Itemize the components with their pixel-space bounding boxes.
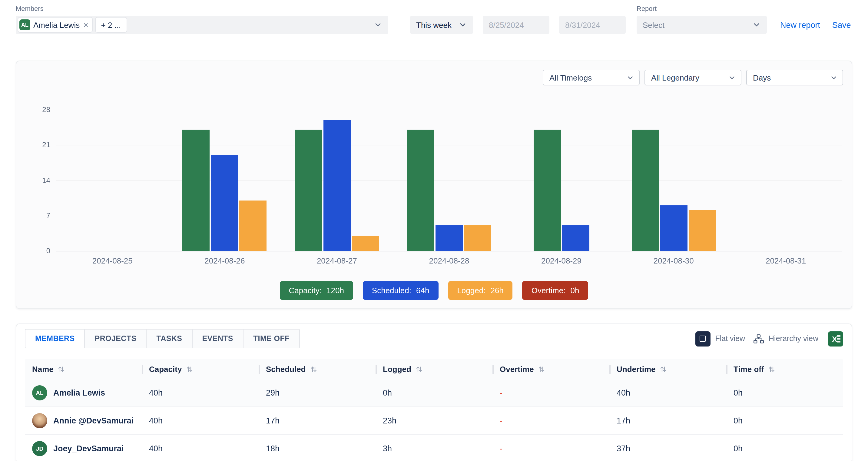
gridline-0: 0 — [56, 251, 842, 251]
bar-capacity-2024-08-28[interactable] — [407, 130, 434, 251]
legend-overtime-button[interactable]: Overtime:0h — [522, 281, 588, 300]
column-header-capacity[interactable]: Capacity — [142, 359, 259, 379]
cell-overtime: - — [492, 444, 609, 453]
sort-icon[interactable] — [58, 366, 64, 373]
cell-capacity: 40h — [142, 388, 259, 397]
bar-logged-2024-08-30[interactable] — [688, 211, 716, 251]
hierarchy-view-label: Hierarchy view — [769, 334, 818, 343]
sort-icon[interactable] — [660, 366, 666, 373]
tab-members[interactable]: MEMBERS — [25, 329, 85, 348]
view-controls: Flat view Hierarchy view X — [695, 331, 843, 346]
timelogs-filter-select[interactable]: All Timelogs — [543, 70, 640, 85]
column-header-undertime[interactable]: Undertime — [609, 359, 726, 379]
table-row[interactable]: JDJoey_DevSamurai40h18h3h-37h0h — [25, 435, 843, 461]
chevron-down-icon — [830, 73, 838, 82]
legend-logged-button[interactable]: Logged:26h — [448, 281, 513, 300]
legend-value: 120h — [327, 286, 344, 295]
bar-capacity-2024-08-27[interactable] — [295, 130, 322, 251]
avatar — [32, 413, 47, 428]
square-icon — [700, 336, 706, 342]
column-header-overtime[interactable]: Overtime — [492, 359, 609, 379]
members-field: Members AL Amelia Lewis × + 2 ... — [16, 5, 388, 34]
bar-chart: 28211470 — [56, 110, 842, 251]
legend-value: 64h — [416, 286, 429, 295]
table-row[interactable]: ALAmelia Lewis40h29h0h-40h0h — [25, 379, 843, 407]
tab-time-off[interactable]: TIME OFF — [243, 329, 300, 348]
bar-scheduled-2024-08-28[interactable] — [435, 226, 463, 251]
legendary-filter-select[interactable]: All Legendary — [645, 70, 741, 85]
x-tick-label: 2024-08-30 — [618, 256, 730, 265]
bar-capacity-2024-08-26[interactable] — [183, 130, 210, 251]
bar-scheduled-2024-08-29[interactable] — [562, 226, 589, 251]
granularity-filter-select[interactable]: Days — [746, 70, 843, 85]
y-tick-label: 21 — [32, 141, 50, 149]
legend-scheduled-button[interactable]: Scheduled:64h — [363, 281, 438, 300]
column-header-scheduled[interactable]: Scheduled — [259, 359, 376, 379]
table-header-row: NameCapacityScheduledLoggedOvertimeUnder… — [25, 359, 843, 379]
table-row[interactable]: Annie @DevSamurai40h17h23h-17h0h — [25, 407, 843, 435]
column-header-name[interactable]: Name — [25, 359, 142, 379]
cell-overtime: - — [492, 416, 609, 425]
member-name-cell: JDJoey_DevSamurai — [25, 441, 142, 456]
bar-logged-2024-08-28[interactable] — [464, 226, 491, 251]
x-axis: 2024-08-252024-08-262024-08-272024-08-28… — [56, 256, 842, 265]
member-name: Annie @DevSamurai — [53, 416, 133, 425]
bar-capacity-2024-08-30[interactable] — [631, 130, 659, 251]
y-tick-label: 28 — [32, 105, 50, 114]
cell-undertime: 40h — [609, 388, 726, 397]
save-button[interactable]: Save — [832, 20, 851, 29]
sort-icon[interactable] — [539, 366, 545, 373]
bar-capacity-2024-08-29[interactable] — [534, 130, 561, 251]
new-report-button[interactable]: New report — [780, 20, 820, 29]
cell-logged: 0h — [376, 388, 492, 397]
sort-icon[interactable] — [311, 366, 317, 373]
members-select[interactable]: AL Amelia Lewis × + 2 ... — [16, 16, 388, 34]
chart-column-2024-08-28 — [393, 110, 505, 251]
hierarchy-view-icon[interactable] — [753, 334, 764, 343]
bar-scheduled-2024-08-26[interactable] — [211, 155, 238, 251]
column-header-label: Logged — [383, 365, 411, 374]
x-tick-label: 2024-08-28 — [393, 256, 505, 265]
tab-projects[interactable]: PROJECTS — [85, 329, 147, 348]
cell-capacity: 40h — [142, 416, 259, 425]
table-card: MEMBERSPROJECTSTASKSEVENTSTIME OFF Flat … — [16, 324, 852, 461]
date-end-field — [549, 5, 626, 34]
cell-undertime: 37h — [609, 444, 726, 453]
flat-view-label: Flat view — [715, 334, 745, 343]
start-date-input[interactable] — [483, 16, 549, 34]
bar-scheduled-2024-08-30[interactable] — [660, 205, 687, 251]
report-label: Report — [637, 5, 767, 13]
timelogs-filter-value: All Timelogs — [549, 73, 592, 82]
cell-time-off: 0h — [726, 388, 843, 397]
chart-columns — [56, 110, 842, 251]
period-select[interactable]: This week — [410, 16, 473, 34]
remove-member-icon[interactable]: × — [83, 21, 88, 29]
date-start-field — [473, 5, 549, 34]
sort-icon[interactable] — [769, 366, 775, 373]
flat-view-icon[interactable] — [695, 331, 710, 346]
bar-scheduled-2024-08-27[interactable] — [323, 120, 350, 251]
legend-capacity-button[interactable]: Capacity:120h — [280, 281, 353, 300]
chevron-down-icon — [752, 21, 761, 29]
report-select[interactable]: Select — [637, 16, 767, 34]
chevron-down-icon — [626, 73, 634, 82]
more-members-chip[interactable]: + 2 ... — [96, 18, 127, 32]
bar-logged-2024-08-27[interactable] — [352, 236, 379, 251]
cell-time-off: 0h — [726, 444, 843, 453]
chart-card: All Timelogs All Legendary Days 28211470… — [16, 61, 852, 309]
column-header-time-off[interactable]: Time off — [726, 359, 843, 379]
sort-icon[interactable] — [416, 366, 422, 373]
excel-export-icon[interactable]: X — [828, 331, 843, 346]
cell-overtime: - — [492, 388, 609, 397]
member-name: Amelia Lewis — [53, 388, 105, 397]
tab-tasks[interactable]: TASKS — [146, 329, 193, 348]
cell-time-off: 0h — [726, 416, 843, 425]
member-chip: AL Amelia Lewis × — [18, 18, 92, 32]
topbar: Members AL Amelia Lewis × + 2 ... This w… — [0, 0, 868, 34]
tab-events[interactable]: EVENTS — [192, 329, 243, 348]
column-header-logged[interactable]: Logged — [376, 359, 492, 379]
bar-logged-2024-08-26[interactable] — [240, 201, 267, 251]
end-date-input[interactable] — [559, 16, 626, 34]
sort-icon[interactable] — [187, 366, 193, 373]
chart-column-2024-08-29 — [505, 110, 618, 251]
